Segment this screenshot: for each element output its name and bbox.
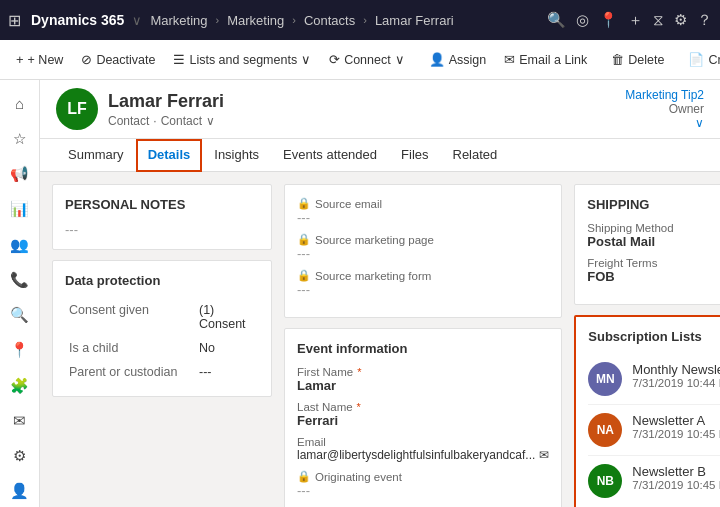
first-name-label: First Name * [297, 366, 549, 378]
lock-icon-1: 🔒 [297, 197, 311, 210]
required-asterisk-2: * [357, 401, 361, 413]
new-button[interactable]: + + New [8, 48, 71, 71]
sub-avatar-na: NA [588, 413, 622, 447]
assign-button[interactable]: 👤 Assign [421, 48, 495, 71]
sidebar-favorites-icon[interactable]: ☆ [4, 123, 36, 154]
subscription-item-mn: MN Monthly Newsletter 7/31/2019 10:44 PM… [588, 354, 720, 405]
custodian-row: Parent or custodian --- [65, 360, 259, 384]
connect-button[interactable]: ⟳ Connect ∨ [321, 48, 413, 71]
settings-icon[interactable]: ⚙ [674, 11, 687, 29]
sidebar-location-icon[interactable]: 📍 [4, 335, 36, 366]
data-protection-table: Consent given (1) Consent Is a child No … [65, 298, 259, 384]
last-name-value: Ferrari [297, 413, 549, 428]
subscription-item-na: NA Newsletter A 7/31/2019 10:45 PM … [588, 405, 720, 456]
search-icon[interactable]: 🔍 [547, 11, 566, 29]
lists-icon: ☰ [173, 52, 185, 67]
email-link-icon[interactable]: ✉ [539, 448, 549, 462]
entity-breadcrumb[interactable]: Lamar Ferrari [375, 13, 454, 28]
entity-type-chevron[interactable]: ∨ [206, 114, 215, 128]
waffle-icon[interactable]: ⊞ [8, 11, 21, 30]
child-row: Is a child No [65, 336, 259, 360]
invitation-icon: 📄 [688, 52, 704, 67]
sidebar-people-icon[interactable]: 👥 [4, 229, 36, 260]
freight-terms-label: Freight Terms [587, 257, 720, 269]
contacts-breadcrumb[interactable]: Contacts [304, 13, 355, 28]
column-3: SHIPPING Shipping Method Postal Mail Fre… [574, 184, 720, 495]
sidebar-email-icon[interactable]: ✉ [4, 405, 36, 436]
avatar: LF [56, 88, 98, 130]
first-name-value: Lamar [297, 378, 549, 393]
source-section: 🔒 Source email --- 🔒 Source marketing pa… [284, 184, 562, 318]
shipping-section: SHIPPING Shipping Method Postal Mail Fre… [574, 184, 720, 305]
create-invitation-button[interactable]: 📄 Create Invitation [680, 48, 720, 71]
sidebar-search-person-icon[interactable]: 🔍 [4, 300, 36, 331]
column-1: PERSONAL NOTES --- Data protection Conse… [52, 184, 272, 495]
custodian-label: Parent or custodian [65, 360, 195, 384]
email-label: Email [297, 436, 549, 448]
lists-chevron-icon: ∨ [301, 52, 311, 67]
source-form-value: --- [297, 282, 549, 297]
first-name-field: First Name * Lamar [297, 366, 549, 393]
top-nav-actions: 🔍 ◎ 📍 ＋ ⧖ ⚙ ？ [547, 11, 712, 30]
column-2: 🔒 Source email --- 🔒 Source marketing pa… [284, 184, 562, 495]
tab-bar: Summary Details Insights Events attended… [40, 139, 720, 172]
originating-event-value: --- [297, 483, 549, 498]
location-icon[interactable]: 📍 [599, 11, 618, 29]
sidebar-marketing-icon[interactable]: 📢 [4, 159, 36, 190]
email-link-button[interactable]: ✉ Email a Link [496, 48, 595, 71]
sidebar-puzzle-icon[interactable]: 🧩 [4, 370, 36, 401]
source-page-label: 🔒 Source marketing page [297, 233, 549, 246]
tab-summary[interactable]: Summary [56, 139, 136, 172]
filter-icon[interactable]: ⧖ [653, 11, 664, 29]
personal-notes-section: PERSONAL NOTES --- [52, 184, 272, 250]
entity-info: Lamar Ferrari Contact · Contact ∨ [108, 91, 224, 128]
shipping-method-row: Shipping Method Postal Mail [587, 222, 720, 249]
delete-icon: 🗑 [611, 52, 624, 67]
tab-related[interactable]: Related [441, 139, 510, 172]
sub-avatar-nb: NB [588, 464, 622, 498]
deactivate-icon: ⊘ [81, 52, 92, 67]
lists-segments-button[interactable]: ☰ Lists and segments ∨ [165, 48, 319, 71]
subscription-lists-title: Subscription Lists [588, 329, 720, 344]
email-field: Email lamar@libertysdelightfulsinfulbake… [297, 436, 549, 462]
help-icon[interactable]: ？ [697, 11, 712, 30]
email-icon: ✉ [504, 52, 515, 67]
email-value: lamar@libertysdelightfulsinfulbakeryandc… [297, 448, 549, 462]
form-area: PERSONAL NOTES --- Data protection Conse… [40, 172, 720, 507]
sidebar-phone-icon[interactable]: 📞 [4, 264, 36, 295]
tab-files[interactable]: Files [389, 139, 440, 172]
delete-button[interactable]: 🗑 Delete [603, 48, 672, 71]
sidebar-chart-icon[interactable]: 📊 [4, 194, 36, 225]
data-protection-title: Data protection [65, 273, 259, 288]
sub-info-na: Newsletter A 7/31/2019 10:45 PM [632, 413, 720, 440]
entity-header: LF Lamar Ferrari Contact · Contact ∨ Mar… [40, 80, 720, 139]
subscription-item-nb: NB Newsletter B 7/31/2019 10:45 PM … [588, 456, 720, 506]
sub-name-mn: Monthly Newsletter [632, 362, 720, 377]
owner-chevron-icon[interactable]: ∨ [695, 116, 704, 130]
target-icon[interactable]: ◎ [576, 11, 589, 29]
sidebar-settings-icon[interactable]: ⚙ [4, 441, 36, 472]
subscription-lists-section: Subscription Lists MN Monthly Newsletter… [574, 315, 720, 507]
tab-insights[interactable]: Insights [202, 139, 271, 172]
plus-icon[interactable]: ＋ [628, 11, 643, 30]
sidebar-user-icon[interactable]: 👤 [4, 476, 36, 507]
section-breadcrumb[interactable]: Marketing [227, 13, 284, 28]
event-info-title: Event information [297, 341, 549, 356]
owner-role: Owner [669, 102, 704, 116]
sidebar-home-icon[interactable]: ⌂ [4, 88, 36, 119]
entity-header-right: Marketing Tip2 Owner ∨ [625, 88, 704, 130]
source-email-label: 🔒 Source email [297, 197, 549, 210]
deactivate-button[interactable]: ⊘ Deactivate [73, 48, 163, 71]
source-email-value: --- [297, 210, 549, 225]
required-asterisk-1: * [357, 366, 361, 378]
sub-name-na: Newsletter A [632, 413, 720, 428]
command-bar: + + New ⊘ Deactivate ☰ Lists and segment… [0, 40, 720, 80]
shipping-method-label: Shipping Method [587, 222, 720, 234]
tab-details[interactable]: Details [136, 139, 203, 172]
tab-events-attended[interactable]: Events attended [271, 139, 389, 172]
owner-name[interactable]: Marketing Tip2 [625, 88, 704, 102]
module-breadcrumb[interactable]: Marketing [150, 13, 207, 28]
source-page-field: 🔒 Source marketing page --- [297, 233, 549, 261]
main-content-area: LF Lamar Ferrari Contact · Contact ∨ Mar… [40, 80, 720, 507]
source-form-field: 🔒 Source marketing form --- [297, 269, 549, 297]
